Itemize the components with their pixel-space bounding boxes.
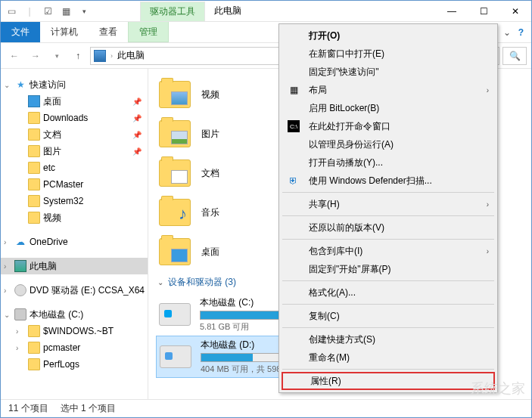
folder-icon (28, 128, 40, 141)
window-controls: — ☐ ✕ (436, 1, 531, 21)
qat-sep: | (23, 5, 36, 17)
cmd-icon: C:\ (288, 120, 300, 132)
menu-bitlocker[interactable]: 启用 BitLocker(B) (282, 99, 495, 117)
pin-icon: 📌 (132, 98, 142, 106)
navigation-pane: ⌄★快速访问 桌面📌 Downloads📌 文档📌 图片📌 etc PCMast… (1, 69, 148, 399)
tab-file[interactable]: 文件 (1, 22, 40, 42)
star-icon: ★ (14, 79, 26, 91)
folder-icon (28, 162, 40, 174)
menu-layout[interactable]: ▦布局› (282, 81, 495, 99)
folder-icon (159, 81, 191, 108)
menu-autoplay[interactable]: 打开自动播放(Y)... (282, 153, 495, 172)
menu-separator (282, 304, 494, 305)
search-icon: 🔍 (509, 51, 521, 61)
menu-separator (282, 280, 494, 281)
folder-icon (28, 145, 40, 157)
nav-windowsbt[interactable]: ›$WINDOWS.~BT (1, 323, 148, 339)
menu-prev-versions[interactable]: 还原以前的版本(V) (282, 218, 495, 237)
help-icon[interactable]: ? (518, 27, 524, 38)
folder-icon (159, 238, 191, 265)
pc-icon (94, 50, 106, 62)
chevron-down-icon: ⌄ (157, 278, 163, 286)
onedrive-icon: ☁ (14, 236, 26, 248)
menu-properties[interactable]: 属性(R) (282, 372, 495, 390)
tab-view[interactable]: 查看 (89, 22, 128, 42)
nav-dvd[interactable]: ›DVD 驱动器 (E:) CCSA_X64 (1, 282, 148, 299)
search-box[interactable]: 🔍 (502, 47, 527, 65)
close-button[interactable]: ✕ (499, 1, 531, 21)
folder-icon (28, 178, 40, 190)
app-icon: ▭ (5, 5, 17, 17)
nav-video[interactable]: 视频 (1, 209, 148, 226)
menu-separator (282, 192, 494, 193)
qat-dropdown-icon[interactable]: ▾ (78, 5, 90, 17)
nav-quick-access[interactable]: ⌄★快速访问 (1, 76, 148, 93)
nav-local-c[interactable]: ⌄本地磁盘 (C:) (1, 306, 148, 323)
desktop-icon (28, 95, 40, 107)
nav-this-pc[interactable]: ›此电脑 (1, 258, 148, 274)
quick-access-toolbar: ▭ | ☑ ▦ ▾ (1, 5, 95, 17)
pin-icon: 📌 (132, 114, 142, 122)
nav-system32[interactable]: System32 (1, 193, 148, 209)
menu-open-new-window[interactable]: 在新窗口中打开(E) (282, 45, 495, 63)
submenu-arrow-icon: › (487, 247, 489, 255)
menu-format[interactable]: 格式化(A)... (282, 283, 495, 302)
pin-icon: 📌 (132, 147, 142, 156)
menu-cmd-here[interactable]: C:\在此处打开命令窗口 (282, 117, 495, 135)
nav-etc[interactable]: etc (1, 159, 148, 176)
context-menu: 打开(O) 在新窗口中打开(E) 固定到"快速访问" ▦布局› 启用 BitLo… (278, 23, 498, 393)
nav-pictures[interactable]: 图片📌 (1, 143, 148, 159)
up-button[interactable]: ↑ (69, 47, 87, 65)
dvd-icon (14, 284, 26, 296)
status-selected-count: 选中 1 个项目 (61, 402, 116, 415)
menu-copy[interactable]: 复制(C) (282, 307, 495, 325)
menu-rename[interactable]: 重命名(M) (282, 348, 495, 367)
menu-defender[interactable]: ⛨使用 Windows Defender扫描... (282, 172, 495, 190)
nav-pcmaster[interactable]: PCMaster (1, 176, 148, 193)
shield-icon: ⛨ (288, 175, 300, 187)
nav-downloads[interactable]: Downloads📌 (1, 110, 148, 126)
layout-icon: ▦ (288, 84, 300, 96)
folder-icon (159, 120, 191, 147)
menu-share[interactable]: 共享(H)› (282, 195, 495, 213)
submenu-arrow-icon: › (487, 200, 489, 209)
nav-desktop[interactable]: 桌面📌 (1, 93, 148, 110)
menu-open[interactable]: 打开(O) (282, 26, 495, 45)
menu-run-as-admin[interactable]: 以管理员身份运行(A) (282, 135, 495, 153)
status-item-count: 11 个项目 (8, 402, 48, 415)
tab-manage[interactable]: 管理 (128, 22, 169, 42)
nav-documents[interactable]: 文档📌 (1, 126, 148, 143)
menu-separator (282, 215, 494, 216)
nav-onedrive[interactable]: ›☁OneDrive (1, 234, 148, 250)
back-button[interactable]: ← (5, 47, 23, 65)
forward-button: → (26, 47, 45, 65)
menu-create-shortcut[interactable]: 创建快捷方式(S) (282, 330, 495, 348)
menu-pin-start[interactable]: 固定到"开始"屏幕(P) (282, 260, 495, 278)
minimize-button[interactable]: — (436, 1, 468, 21)
properties-icon[interactable]: ☑ (42, 5, 54, 17)
menu-pin-quick[interactable]: 固定到"快速访问" (282, 63, 495, 81)
address-text[interactable]: 此电脑 (117, 49, 145, 62)
folder-icon (28, 342, 40, 354)
submenu-arrow-icon: › (487, 86, 489, 94)
menu-separator (282, 369, 494, 370)
menu-separator (282, 239, 494, 240)
folder-icon (159, 159, 191, 187)
nav-pcmaster2[interactable]: ›pcmaster (1, 339, 148, 356)
tab-computer[interactable]: 计算机 (40, 22, 89, 42)
folder-icon (28, 325, 40, 337)
pin-icon: 📌 (132, 131, 142, 139)
chevron-right-icon[interactable]: › (110, 52, 113, 60)
drive-icon (160, 345, 191, 368)
contextual-tab-tools: 驱动器工具 (140, 2, 205, 21)
maximize-button[interactable]: ☐ (468, 1, 499, 21)
ribbon-expand-icon[interactable]: ⌄ (503, 27, 511, 38)
folder-icon (28, 358, 40, 370)
title-text: 此电脑 (205, 2, 250, 21)
recent-dropdown[interactable]: ▾ (48, 47, 66, 65)
nav-perflogs[interactable]: PerfLogs (1, 356, 148, 373)
status-bar: 11 个项目 选中 1 个项目 (1, 399, 531, 417)
new-folder-icon[interactable]: ▦ (60, 5, 72, 17)
title-bar: ▭ | ☑ ▦ ▾ 驱动器工具 此电脑 — ☐ ✕ (1, 1, 531, 22)
menu-include-library[interactable]: 包含到库中(I)› (282, 242, 495, 260)
